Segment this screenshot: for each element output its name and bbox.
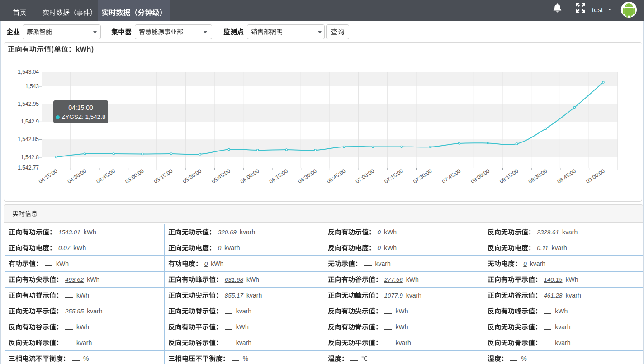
svg-text:06:30:00: 06:30:00 [297, 168, 318, 185]
svg-text:04:15:00: 04:15:00 [38, 168, 59, 185]
svg-text:04:30:00: 04:30:00 [66, 168, 88, 185]
svg-text:05:15:00: 05:15:00 [153, 168, 174, 185]
svg-text:04:45:00: 04:45:00 [95, 168, 116, 185]
svg-text:1,542.8: 1,542.8 [21, 154, 39, 161]
svg-text:08:30:00: 08:30:00 [527, 168, 549, 185]
svg-text:1,542.85: 1,542.85 [18, 136, 39, 142]
svg-text:09:00:00: 09:00:00 [585, 168, 606, 185]
svg-text:1,543: 1,543 [25, 83, 39, 90]
svg-text:07:00:00: 07:00:00 [355, 168, 376, 185]
svg-text:08:00:00: 08:00:00 [469, 168, 491, 185]
svg-text:1,542.77: 1,542.77 [18, 165, 39, 171]
svg-text:05:00:00: 05:00:00 [124, 168, 145, 185]
svg-text:1,542.95: 1,542.95 [18, 101, 39, 107]
svg-text:05:45:00: 05:45:00 [210, 168, 232, 185]
svg-text:07:15:00: 07:15:00 [383, 168, 404, 185]
svg-text:06:00:00: 06:00:00 [239, 168, 260, 185]
svg-text:06:45:00: 06:45:00 [326, 168, 347, 185]
svg-text:05:30:00: 05:30:00 [181, 168, 203, 185]
svg-text:08:45:00: 08:45:00 [556, 168, 577, 185]
svg-text:07:30:00: 07:30:00 [412, 168, 433, 185]
svg-text:1,542.9: 1,542.9 [21, 118, 39, 125]
svg-text:06:15:00: 06:15:00 [268, 168, 289, 185]
svg-text:07:45:00: 07:45:00 [441, 168, 462, 185]
svg-text:1,543.04: 1,543.04 [18, 69, 39, 75]
svg-text:08:15:00: 08:15:00 [498, 168, 520, 185]
